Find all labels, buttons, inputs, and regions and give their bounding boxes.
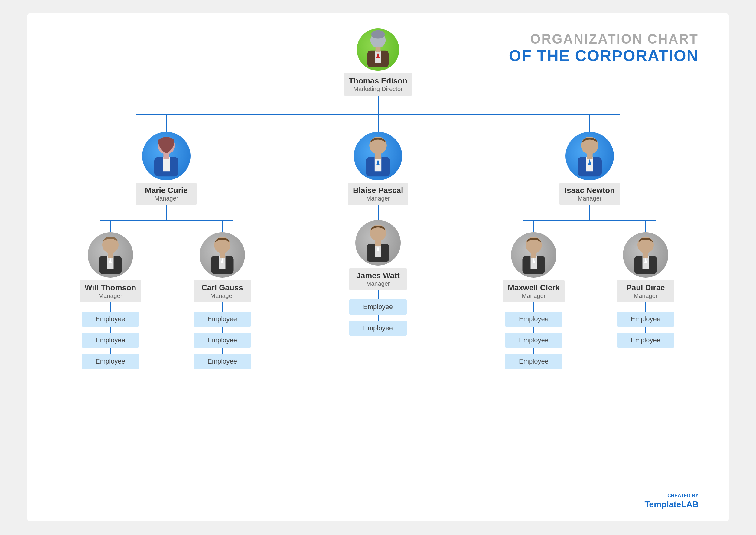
sub-manager-4-col: Paul Dirac Manager Employee Employee <box>599 220 692 348</box>
org-chart: Thomas Edison Marketing Director <box>27 28 729 369</box>
sm0-avatar <box>88 232 133 278</box>
sm3-name: Maxwell Clerk <box>508 283 560 293</box>
page: ORGANIZATION CHART OF THE CORPORATION CR… <box>27 13 729 521</box>
sm4-role: Manager <box>622 293 669 299</box>
manager-2-col: Isaac Newton Manager <box>484 114 695 369</box>
sm3-avatar <box>511 232 556 278</box>
sm3-employees: Employee Employee Employee <box>505 312 562 369</box>
sm3-role: Manager <box>508 293 560 299</box>
sm0-emp-2: Employee <box>82 354 139 369</box>
manager-1-name: Blaise Pascal <box>352 186 404 195</box>
manager-1-role: Manager <box>352 195 404 202</box>
manager-2-node: Isaac Newton Manager <box>559 132 620 205</box>
lab-text: LAB <box>681 500 699 509</box>
sm0-name-card: Will Thomson Manager <box>80 280 141 302</box>
sm4-employees: Employee Employee <box>617 312 674 348</box>
sm2-name: James Watt <box>354 271 402 280</box>
sub-managers-2-row: Maxwell Clerk Manager Employee Employee … <box>487 220 692 369</box>
sm1-emp-down <box>222 302 223 312</box>
svg-rect-44 <box>643 252 648 258</box>
ceo-connector-down <box>378 96 378 114</box>
created-by-label: CREATED BY <box>645 493 699 498</box>
manager-0-name: Marie Curie <box>141 186 192 195</box>
sm1-avatar <box>200 232 245 278</box>
sm1-role: Manager <box>198 293 246 299</box>
sm3-emp-0: Employee <box>505 312 562 326</box>
sm4-person-icon <box>623 232 668 278</box>
manager-0-col: Marie Curie Manager <box>61 114 272 369</box>
sub-manager-3-col: Maxwell Clerk Manager Employee Employee … <box>487 220 581 369</box>
svg-rect-14 <box>108 252 113 258</box>
managers-hbar <box>136 114 620 115</box>
sm4-emp-0: Employee <box>617 312 674 326</box>
manager-0-node: Marie Curie Manager <box>136 132 197 205</box>
sm2-emp-0: Employee <box>349 299 407 315</box>
sm0-employees: Employee Employee Employee <box>82 312 139 369</box>
sm1-person-icon <box>200 232 245 278</box>
manager-2-avatar <box>566 132 614 180</box>
ceo-role: Marketing Director <box>349 86 407 93</box>
manager-1-down <box>378 114 378 132</box>
branding: CREATED BY TemplateLAB <box>645 493 699 509</box>
sm0-name: Will Thomson <box>85 283 136 293</box>
svg-rect-24 <box>375 153 381 159</box>
sm0-emp-0: Employee <box>82 312 139 326</box>
svg-rect-34 <box>587 153 592 159</box>
svg-rect-19 <box>219 252 225 258</box>
manager-0-name-card: Marie Curie Manager <box>136 183 197 205</box>
sm3-emp-2: Employee <box>505 354 562 369</box>
manager-1-person-icon <box>354 132 402 180</box>
manager-0-person-icon <box>142 132 190 180</box>
manager-2-person-icon <box>566 132 614 180</box>
sub-manager-2-col: James Watt Manager Employee Employee <box>349 220 407 336</box>
sub0-hbar <box>100 220 233 221</box>
ceo-name-card: Thomas Edison Marketing Director <box>344 73 412 96</box>
manager-1-node: Blaise Pascal Manager <box>348 132 408 205</box>
manager-0-down <box>166 114 167 132</box>
sm3-down <box>533 220 534 232</box>
sm3-name-card: Maxwell Clerk Manager <box>503 280 565 302</box>
ceo-node: Thomas Edison Marketing Director <box>344 28 412 96</box>
manager-1-name-card: Blaise Pascal Manager <box>348 183 408 205</box>
svg-point-1 <box>371 30 385 39</box>
managers-row: Marie Curie Manager <box>61 114 695 369</box>
sm1-emp-1: Employee <box>194 333 251 348</box>
sm0-person-icon <box>88 232 133 278</box>
sm0-down <box>110 220 111 232</box>
ceo-person-icon <box>357 28 399 71</box>
template-text: Template <box>645 500 681 509</box>
m2-sub-down <box>589 205 590 220</box>
sm0-emp-1: Employee <box>82 333 139 348</box>
sm3-person-icon <box>511 232 556 278</box>
sub-managers-0-row: Will Thomson Manager Employee Employee E… <box>64 220 269 369</box>
svg-rect-29 <box>375 240 381 245</box>
manager-0-role: Manager <box>141 195 192 202</box>
sub-manager-1-col: Carl Gauss Manager Employee Employee Emp… <box>175 220 269 369</box>
sm2-emp-1: Employee <box>349 321 407 336</box>
manager-2-name: Isaac Newton <box>564 186 615 195</box>
sm4-emp-down <box>645 302 646 312</box>
sm1-emp-2: Employee <box>194 354 251 369</box>
sm2-avatar <box>355 220 401 266</box>
sm1-emp-0: Employee <box>194 312 251 326</box>
sm0-emp-down <box>110 302 111 312</box>
svg-rect-9 <box>163 153 169 159</box>
sm2-role: Manager <box>354 280 402 287</box>
manager-2-down <box>589 114 590 132</box>
svg-rect-5 <box>376 47 381 52</box>
sub2-hbar <box>523 220 656 221</box>
sm3-emp-1: Employee <box>505 333 562 348</box>
sm1-name: Carl Gauss <box>198 283 246 293</box>
sub-manager-0-col: Will Thomson Manager Employee Employee E… <box>64 220 157 369</box>
svg-rect-39 <box>531 252 537 258</box>
sm3-emp-down <box>533 302 534 312</box>
m0-sub-down <box>166 205 167 220</box>
manager-1-col: Blaise Pascal Manager <box>272 114 484 336</box>
sm2-employees: Employee Employee <box>349 299 407 336</box>
sm4-down <box>645 220 646 232</box>
ceo-avatar <box>357 28 399 71</box>
m1-sub-down <box>378 205 378 220</box>
manager-2-name-card: Isaac Newton Manager <box>559 183 620 205</box>
sm2-name-card: James Watt Manager <box>349 268 407 290</box>
manager-0-avatar <box>142 132 190 180</box>
